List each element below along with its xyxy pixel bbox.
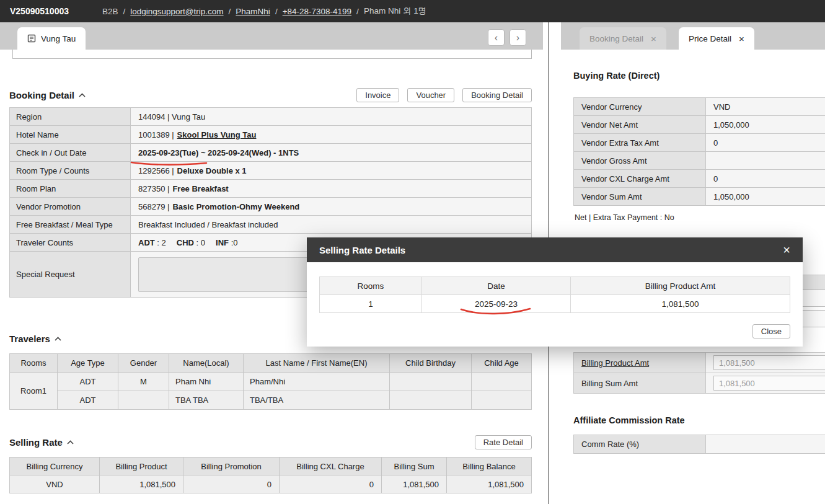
row-value: VND — [706, 98, 825, 115]
table-row: Room Plan 827350 | Free Breakfast — [10, 180, 531, 198]
phone-link[interactable]: +84-28-7308-4199 — [283, 7, 351, 16]
row-value: 1,081,500 — [706, 373, 825, 393]
separator: / — [275, 7, 278, 16]
chevron-up-icon[interactable] — [55, 337, 61, 341]
name-local-cell: TBA TBA — [169, 391, 244, 410]
tab-price-detail[interactable]: Price Detail × — [679, 27, 754, 50]
name-en-cell: TBA/TBA — [244, 391, 390, 410]
column-header: Age Type — [58, 354, 118, 373]
table-row: Vendor Sum Amt 1,050,000 — [574, 188, 825, 206]
order-id: V25090510003 — [10, 6, 69, 16]
column-header: Gender — [118, 354, 169, 373]
separator: / — [356, 7, 359, 16]
column-header: Billing Promotion — [183, 458, 280, 475]
room-plan-code: 827350 | — [138, 184, 169, 193]
document-icon — [27, 34, 36, 43]
gender-cell: M — [118, 373, 169, 391]
billing-balance-cell: 1,081,500 — [447, 475, 532, 493]
channel-label: B2B — [102, 7, 118, 16]
table-row: Vendor CXL Charge Amt 0 — [574, 170, 825, 188]
booking-detail-title: Booking Detail — [9, 90, 74, 100]
row-value: 1,050,000 — [706, 188, 825, 205]
support-email-link[interactable]: lodgingsupport@trip.com — [130, 7, 223, 16]
child-birthday-cell — [390, 391, 472, 410]
row-label: Vendor Sum Amt — [574, 188, 706, 205]
column-header: Rooms — [320, 277, 422, 295]
screen: V25090510003 B2B / lodgingsupport@trip.c… — [0, 0, 825, 504]
inf-count: INF :0 — [216, 238, 237, 247]
promotion-code: 568279 | — [138, 202, 169, 211]
modal-header: Selling Rate Details × — [307, 237, 803, 262]
row-label: Region — [10, 108, 131, 125]
row-value: 827350 | Free Breakfast — [131, 180, 531, 197]
scrolled-section-remnant — [12, 50, 532, 59]
billing-currency-cell: VND — [10, 475, 100, 493]
column-header: Billing Sum — [382, 458, 447, 475]
row-label: Vendor Promotion — [10, 198, 131, 215]
column-header: Billing Product Amt — [571, 277, 790, 295]
modal-table: Rooms Date Billing Product Amt 1 2025-09… — [319, 276, 790, 313]
table-row: Billing Sum Amt 1,081,500 — [574, 373, 825, 394]
row-label: Comm Rate (%) — [574, 435, 706, 453]
close-tab-icon[interactable]: × — [651, 34, 656, 43]
room-type-code: 1292566 | — [138, 166, 174, 175]
row-value: 0 — [706, 170, 825, 187]
column-header: Billing Currency — [10, 458, 100, 475]
row-label: Billing Sum Amt — [574, 373, 706, 393]
tab-vung-tau[interactable]: Vung Tau — [17, 27, 86, 50]
column-header: Billing Balance — [447, 458, 532, 475]
next-tab-button[interactable]: › — [510, 29, 526, 46]
voucher-button[interactable]: Voucher — [407, 88, 454, 102]
booking-detail-button[interactable]: Booking Detail — [462, 88, 532, 102]
table-row: Billing Product Amt 1,081,500 — [574, 353, 825, 373]
column-header: Billing Product — [100, 458, 183, 475]
row-label: Hotel Name — [10, 126, 131, 143]
chevron-up-icon[interactable] — [79, 93, 86, 97]
column-header: Date — [422, 277, 571, 295]
guest-name-link[interactable]: PhamNhi — [236, 7, 270, 16]
billing-product-amt-input[interactable]: 1,081,500 — [713, 355, 825, 370]
hotel-name-link[interactable]: Skool Plus Vung Tau — [177, 130, 257, 139]
column-header: Child Age — [472, 354, 532, 373]
billing-amount-table: Billing Product Amt 1,081,500 Billing Su… — [573, 352, 825, 394]
buying-rate-title: Buying Rate (Direct) — [573, 71, 660, 81]
row-label: Special Request — [10, 252, 131, 297]
prev-tab-button[interactable]: ‹ — [488, 29, 505, 46]
chevron-up-icon[interactable] — [67, 440, 74, 444]
row-value: 568279 | Basic Promotion-Ohmy Weekend — [131, 198, 531, 215]
name-en-cell: Pham/Nhi — [244, 373, 390, 391]
topbar: V25090510003 B2B / lodgingsupport@trip.c… — [0, 0, 825, 22]
affiliate-commission-table: Comm Rate (%) — [573, 435, 825, 454]
travelers-table: Rooms Age Type Gender Name(Local) Last N… — [9, 353, 532, 410]
age-type-cell: ADT — [58, 373, 118, 391]
billing-product-amt-link[interactable]: Billing Product Amt — [581, 358, 649, 368]
net-extra-tax-note: Net | Extra Tax Payment : No — [575, 213, 674, 222]
billing-cxl-charge-cell: 0 — [280, 475, 382, 493]
row-label: Room Plan — [10, 180, 131, 197]
table-row: Vendor Extra Tax Amt 0 — [574, 134, 825, 152]
row-label: Traveler Counts — [10, 234, 131, 251]
billing-sum-amt-input[interactable]: 1,081,500 — [713, 376, 825, 391]
selling-rate-details-modal: Selling Rate Details × Rooms Date Billin… — [307, 237, 803, 347]
close-icon[interactable]: × — [783, 244, 790, 256]
row-label: Vendor Currency — [574, 98, 706, 115]
table-row: Vendor Currency VND — [574, 98, 825, 116]
promotion-name: Basic Promotion-Ohmy Weekend — [172, 202, 299, 211]
booking-detail-header: Booking Detail Invoice Voucher Booking D… — [9, 86, 532, 104]
child-age-cell — [472, 391, 532, 410]
room-type-name: Deluxe Double x 1 — [177, 166, 247, 175]
rate-detail-button[interactable]: Rate Detail — [475, 435, 532, 449]
tab-label: Price Detail — [689, 34, 731, 43]
column-header: Name(Local) — [169, 354, 244, 373]
room-cell: Room1 — [10, 373, 58, 410]
name-local-cell: Pham Nhi — [169, 373, 244, 391]
invoice-button[interactable]: Invoice — [356, 88, 399, 102]
tab-booking-detail[interactable]: Booking Detail × — [580, 27, 666, 50]
close-button[interactable]: Close — [752, 324, 790, 338]
close-tab-icon[interactable]: × — [739, 34, 744, 43]
row-label: Billing Product Amt — [574, 353, 706, 373]
column-header: Billing CXL Charge — [280, 458, 382, 475]
billing-promotion-cell: 0 — [183, 475, 280, 493]
row-label: Vendor Net Amt — [574, 116, 706, 133]
tab-label: Booking Detail — [589, 34, 643, 43]
